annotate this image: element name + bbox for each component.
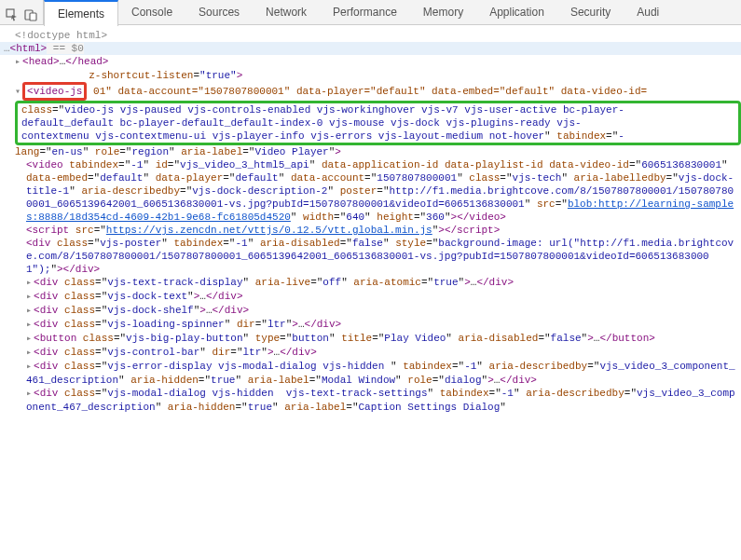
tab-memory[interactable]: Memory <box>410 0 476 24</box>
expand-triangle-icon[interactable] <box>26 388 34 399</box>
dom-lang-line[interactable]: lang="en-us" role="region" aria-label="V… <box>0 145 741 158</box>
dom-text-track[interactable]: <div class="vjs-text-track-display" aria… <box>0 276 741 290</box>
tab-performance[interactable]: Performance <box>320 0 410 24</box>
dom-head[interactable]: <head>…</head> <box>0 55 741 69</box>
tab-sources[interactable]: Sources <box>185 0 253 24</box>
devtools-tabbar: Elements Console Sources Network Perform… <box>0 0 741 25</box>
dom-control-bar[interactable]: <div class="vjs-control-bar" dir="ltr">…… <box>0 346 741 360</box>
tab-elements[interactable]: Elements <box>44 0 118 26</box>
left-icon-group <box>0 0 44 24</box>
highlight-videojs-tag: <video-js <box>22 82 87 101</box>
dom-loading-spinner[interactable]: <div class="vjs-loading-spinner" dir="lt… <box>0 318 741 332</box>
dom-dock-shelf[interactable]: <div class="vjs-dock-shelf">…</div> <box>0 304 741 318</box>
videojs-tagname: video-js <box>34 86 83 97</box>
dom-doctype[interactable]: <!doctype html> <box>0 29 741 42</box>
expand-triangle-icon[interactable] <box>26 291 34 302</box>
dom-body-fragment[interactable]: z-shortcut-listen="true"> <box>0 69 741 82</box>
svg-rect-2 <box>30 13 36 20</box>
expand-triangle-icon[interactable] <box>15 56 22 67</box>
expand-triangle-icon[interactable] <box>26 277 34 288</box>
dom-poster-div[interactable]: <div class="vjs-poster" tabindex="-1" ar… <box>0 237 741 276</box>
elements-panel[interactable]: <!doctype html> …<html> == $0 <head>…</h… <box>0 25 741 414</box>
tab-application[interactable]: Application <box>476 0 557 24</box>
dom-big-play-button[interactable]: <button class="vjs-big-play-button" type… <box>0 332 741 346</box>
expand-triangle-icon[interactable] <box>26 305 34 316</box>
expand-triangle-icon[interactable] <box>26 333 34 344</box>
device-toggle-icon[interactable] <box>24 4 37 21</box>
expand-triangle-open-icon[interactable] <box>15 86 22 97</box>
expand-triangle-icon[interactable] <box>26 347 34 358</box>
inspect-element-icon[interactable] <box>6 4 19 21</box>
tab-network[interactable]: Network <box>253 0 320 24</box>
expand-triangle-icon[interactable] <box>26 319 34 330</box>
script-src-link[interactable]: https://vjs.zencdn.net/vttjs/0.12.5/vtt.… <box>106 225 432 236</box>
selected-eq0: == $0 <box>47 43 84 54</box>
tab-audits[interactable]: Audi <box>624 0 672 24</box>
dom-videojs-line[interactable]: <video-js 01" data-account="150780780000… <box>0 82 741 101</box>
doctype-text: <!doctype html> <box>15 30 107 41</box>
dom-video-element[interactable]: <video tabindex="-1" id="vjs_video_3_htm… <box>0 158 741 224</box>
expand-triangle-icon[interactable] <box>26 361 34 372</box>
highlight-class-attr: class="video-js vjs-paused vjs-controls-… <box>15 101 741 145</box>
html-tag: <html> <box>10 43 48 54</box>
tab-security[interactable]: Security <box>557 0 624 24</box>
attr-val: true <box>206 70 230 81</box>
dom-html-open[interactable]: …<html> == $0 <box>0 42 741 55</box>
tab-console[interactable]: Console <box>118 0 185 24</box>
dom-caption-settings[interactable]: <div class="vjs-modal-dialog vjs-hidden … <box>0 387 741 414</box>
dom-dock-text[interactable]: <div class="vjs-dock-text">…</div> <box>0 290 741 304</box>
dom-script-element[interactable]: <script src="https://vjs.zencdn.net/vttj… <box>0 224 741 237</box>
attr: z-shortcut-listen <box>89 70 193 81</box>
dom-error-display[interactable]: <div class="vjs-error-display vjs-modal-… <box>0 360 741 387</box>
videojs-attrs: 01" data-account="1507807800001" data-pl… <box>93 86 647 97</box>
